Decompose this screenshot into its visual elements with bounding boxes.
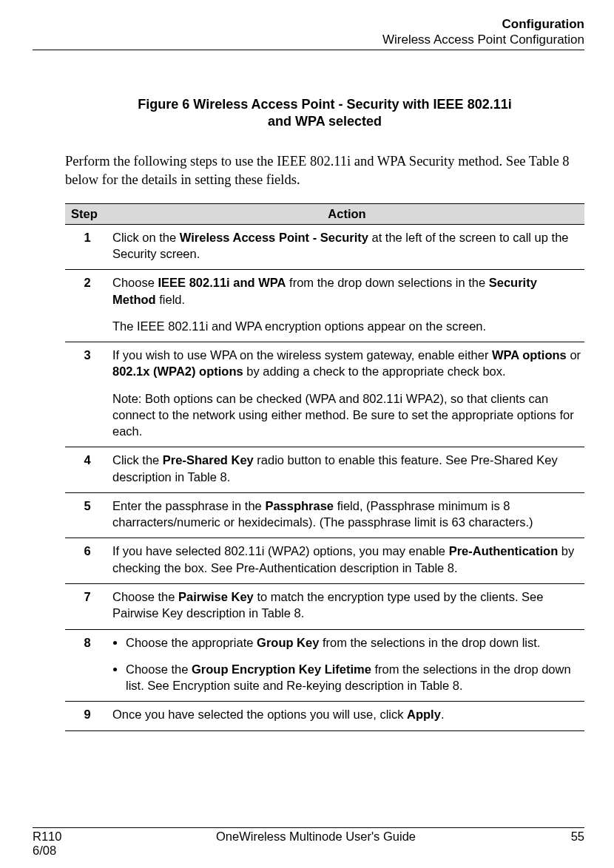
step-action: Click the Pre-Shared Key radio button to…: [109, 447, 584, 493]
steps-table: Step Action 1 Click on the Wireless Acce…: [65, 203, 584, 731]
table-row: 9 Once you have selected the options you…: [65, 702, 584, 730]
table-row: 7 Choose the Pairwise Key to match the e…: [65, 583, 584, 629]
step-number: 2: [65, 270, 109, 342]
table-row: 4 Click the Pre-Shared Key radio button …: [65, 447, 584, 493]
step-number: 9: [65, 702, 109, 730]
step-number: 1: [65, 224, 109, 270]
table-row: 2 Choose IEEE 802.11i and WPA from the d…: [65, 270, 584, 342]
step-action: Choose the Pairwise Key to match the enc…: [109, 583, 584, 629]
footer-date: 6/08: [33, 844, 92, 858]
content: Figure 6 Wireless Access Point - Securit…: [33, 50, 584, 731]
running-header: Configuration Wireless Access Point Conf…: [33, 16, 584, 48]
table-header-row: Step Action: [65, 203, 584, 224]
table-row: 5 Enter the passphrase in the Passphrase…: [65, 492, 584, 538]
step-action: If you wish to use WPA on the wireless s…: [109, 342, 584, 447]
footer-page: 55: [540, 830, 584, 858]
step-action: Choose the appropriate Group Key from th…: [109, 629, 584, 702]
footer-rev: R110: [33, 830, 92, 844]
table-row: 8 Choose the appropriate Group Key from …: [65, 629, 584, 702]
step-action: Click on the Wireless Access Point - Sec…: [109, 224, 584, 270]
step-action: If you have selected 802.11i (WPA2) opti…: [109, 538, 584, 584]
step-number: 7: [65, 583, 109, 629]
table-row: 6 If you have selected 802.11i (WPA2) op…: [65, 538, 584, 584]
footer-title: OneWireless Multinode User's Guide: [92, 830, 540, 858]
header-subsection: Wireless Access Point Configuration: [33, 32, 584, 47]
table-row: 3 If you wish to use WPA on the wireless…: [65, 342, 584, 447]
col-action: Action: [109, 203, 584, 224]
step-number: 6: [65, 538, 109, 584]
footer-rule: [33, 827, 584, 828]
figure-caption-line2: and WPA selected: [65, 113, 584, 130]
step-action: Choose IEEE 802.11i and WPA from the dro…: [109, 270, 584, 342]
step-number: 5: [65, 492, 109, 538]
page: Configuration Wireless Access Point Conf…: [0, 0, 614, 868]
figure-caption-line1: Figure 6 Wireless Access Point - Securit…: [65, 96, 584, 113]
list-item: Choose the Group Encryption Key Lifetime…: [126, 661, 581, 694]
step-number: 3: [65, 342, 109, 447]
figure-caption: Figure 6 Wireless Access Point - Securit…: [65, 96, 584, 131]
list-item: Choose the appropriate Group Key from th…: [126, 634, 581, 651]
footer-left: R110 6/08: [33, 830, 92, 858]
step-action: Once you have selected the options you w…: [109, 702, 584, 730]
running-footer: R110 6/08 OneWireless Multinode User's G…: [33, 827, 584, 858]
table-row: 1 Click on the Wireless Access Point - S…: [65, 224, 584, 270]
header-section: Configuration: [33, 16, 584, 32]
step-number: 4: [65, 447, 109, 493]
step-number: 8: [65, 629, 109, 702]
step-action: Enter the passphrase in the Passphrase f…: [109, 492, 584, 538]
col-step: Step: [65, 203, 109, 224]
intro-paragraph: Perform the following steps to use the I…: [65, 152, 584, 189]
